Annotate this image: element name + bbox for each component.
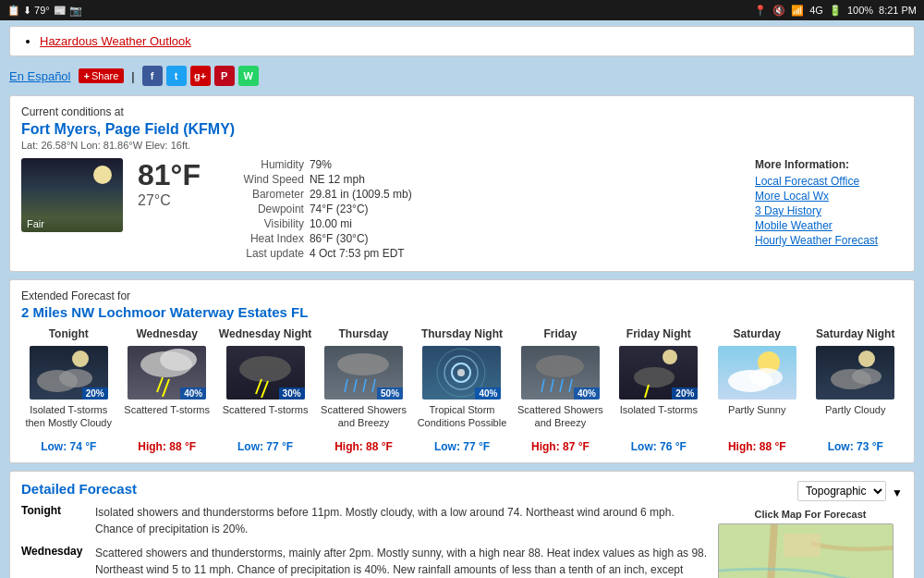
forecast-img-thursday-night: 40% — [422, 346, 501, 400]
svg-rect-34 — [784, 534, 821, 557]
app-icons: 📰 📷 — [54, 5, 82, 17]
svg-line-11 — [345, 379, 347, 392]
detailed-forecast-card: Detailed Forecast Tonight Isolated showe… — [9, 471, 915, 578]
temperature-block: 81°F 27°C — [138, 158, 201, 209]
link-hourly-forecast[interactable]: Hourly Weather Forecast — [755, 234, 903, 247]
status-right-info: 📍 🔇 📶 4G 🔋 100% 8:21 PM — [754, 5, 917, 17]
more-info-title: More Information: — [755, 158, 903, 171]
map-type-select[interactable]: Topographic Satellite Radar — [797, 481, 886, 501]
share-bar: En Español + Share | f t g+ P W — [9, 64, 915, 88]
google-icon[interactable]: g+ — [190, 66, 211, 86]
detail-visibility: Visibility 10.00 mi — [212, 217, 744, 230]
forecast-grid: Tonight 20% Isolated T-storms then Mostl… — [21, 327, 903, 453]
forecast-day-wednesday-night: Wednesday Night 30% Scattered T-storms L… — [218, 327, 312, 453]
fair-label: Fair — [21, 215, 123, 232]
battery-icon: 🔋 — [829, 5, 842, 17]
svg-line-14 — [372, 379, 375, 392]
forecast-day-thursday-night: Thursday Night 40% Tropical Storm Condit… — [415, 327, 509, 453]
detailed-forecast-title: Detailed Forecast — [21, 481, 709, 497]
svg-point-19 — [536, 355, 584, 377]
detailed-forecast-right: Topographic Satellite Radar ▼ Click Map … — [718, 481, 903, 578]
link-local-forecast-office[interactable]: Local Forecast Office — [755, 175, 903, 188]
twitter-icon[interactable]: t — [166, 66, 187, 86]
extended-label: Extended Forecast for — [21, 289, 903, 302]
svg-line-5 — [157, 377, 163, 392]
temp-fahrenheit: 81°F — [138, 158, 201, 192]
whatsapp-icon[interactable]: W — [238, 66, 259, 86]
wifi-icon: 📶 — [791, 5, 804, 17]
time-display: 8:21 PM — [879, 5, 917, 16]
station-name: Fort Myers, Page Field (KFMY) — [21, 121, 903, 138]
detailed-tonight: Tonight Isolated showers and thunderstor… — [21, 504, 709, 537]
detail-heat-index: Heat Index 86°F (30°C) — [212, 232, 744, 245]
svg-line-6 — [163, 379, 169, 397]
link-mobile-weather[interactable]: Mobile Weather — [755, 219, 903, 232]
share-button[interactable]: + Share — [79, 68, 125, 83]
forecast-img-friday-night: 20% — [619, 346, 698, 400]
notification-icons: 📋 ⬇ 79° — [7, 5, 50, 17]
map-svg — [719, 524, 894, 578]
facebook-icon[interactable]: f — [142, 66, 163, 86]
forecast-day-friday-night: Friday Night 20% Isolated T-storms Low: … — [612, 327, 706, 453]
svg-point-0 — [72, 350, 89, 367]
signal-strength: 4G — [809, 5, 823, 16]
forecast-img-friday: 40% — [521, 346, 600, 400]
svg-line-20 — [541, 379, 544, 392]
svg-point-30 — [858, 350, 875, 367]
mute-icon: 🔇 — [772, 5, 785, 17]
pinterest-icon[interactable]: P — [214, 66, 235, 86]
en-espanol-link[interactable]: En Español — [9, 69, 71, 83]
svg-point-24 — [663, 350, 677, 364]
temp-celsius: 27°C — [138, 192, 201, 209]
social-icons-group: f t g+ P W — [142, 66, 259, 86]
svg-point-29 — [749, 368, 783, 387]
more-info-section: More Information: Local Forecast Office … — [755, 158, 903, 249]
svg-line-12 — [354, 379, 357, 392]
extended-forecast-card: Extended Forecast for 2 Miles NW Lochmoo… — [9, 279, 915, 463]
detail-wind: Wind Speed NE 12 mph — [212, 173, 744, 186]
svg-point-7 — [239, 356, 291, 382]
share-divider: | — [131, 69, 134, 83]
forecast-day-wednesday: Wednesday 40% Scattered T-storms High: 8… — [119, 327, 213, 453]
forecast-img-wednesday: 40% — [128, 346, 206, 400]
forecast-img-wednesday-night: 30% — [226, 346, 305, 400]
detail-last-update: Last update 4 Oct 7:53 pm EDT — [212, 247, 744, 260]
status-bar: 📋 ⬇ 79° 📰 📷 📍 🔇 📶 4G 🔋 100% 8:21 PM — [0, 0, 924, 20]
extended-location: 2 Miles NW Lochmoor Waterway Estates FL — [21, 304, 903, 320]
current-conditions-card: Current conditions at Fort Myers, Page F… — [9, 95, 915, 272]
weather-icon-box: Fair — [21, 158, 123, 232]
svg-line-9 — [261, 381, 268, 398]
detail-barometer: Barometer 29.81 in (1009.5 mb) — [212, 188, 744, 201]
forecast-day-saturday-night: Saturday Night Partly Cloudy Low: 73 °F — [808, 327, 903, 453]
svg-point-25 — [634, 367, 675, 387]
location-icon: 📍 — [754, 5, 767, 17]
map-thumbnail[interactable]: + − — [718, 523, 894, 578]
conditions-details: Humidity 79% Wind Speed NE 12 mph Barome… — [212, 158, 744, 262]
station-coords: Lat: 26.58°N Lon: 81.86°W Elev: 16ft. — [21, 140, 903, 151]
status-left-icons: 📋 ⬇ 79° 📰 📷 — [7, 5, 82, 17]
forecast-day-saturday: Saturday Partly Sunny High: 88 °F — [710, 327, 804, 453]
svg-point-10 — [337, 353, 389, 375]
detail-humidity: Humidity 79% — [212, 158, 744, 171]
detailed-forecast-left: Detailed Forecast Tonight Isolated showe… — [21, 481, 709, 578]
click-map-label: Click Map For Forecast — [718, 509, 903, 520]
hazard-link[interactable]: Hazardous Weather Outlook — [40, 34, 191, 48]
forecast-day-tonight: Tonight 20% Isolated T-storms then Mostl… — [21, 327, 116, 453]
forecast-img-tonight: 20% — [30, 346, 108, 400]
svg-line-23 — [569, 379, 572, 392]
detailed-wednesday: Wednesday Scattered showers and thunders… — [21, 545, 709, 578]
forecast-day-thursday: Thursday 50% Scattered Showers and Breez… — [316, 327, 410, 453]
svg-point-2 — [59, 369, 92, 387]
svg-point-4 — [160, 349, 197, 371]
forecast-day-friday: Friday 40% Scattered Showers and Breezy … — [513, 327, 607, 453]
forecast-img-saturday — [718, 346, 796, 400]
forecast-img-saturday-night — [816, 346, 894, 400]
conditions-label: Current conditions at — [21, 105, 903, 118]
battery-percent: 100% — [847, 5, 873, 16]
link-more-local-wx[interactable]: More Local Wx — [755, 190, 903, 203]
svg-point-32 — [852, 368, 881, 385]
svg-point-18 — [457, 369, 465, 376]
svg-line-13 — [363, 379, 366, 392]
link-3day-history[interactable]: 3 Day History — [755, 204, 903, 217]
detail-dewpoint: Dewpoint 74°F (23°C) — [212, 203, 744, 215]
